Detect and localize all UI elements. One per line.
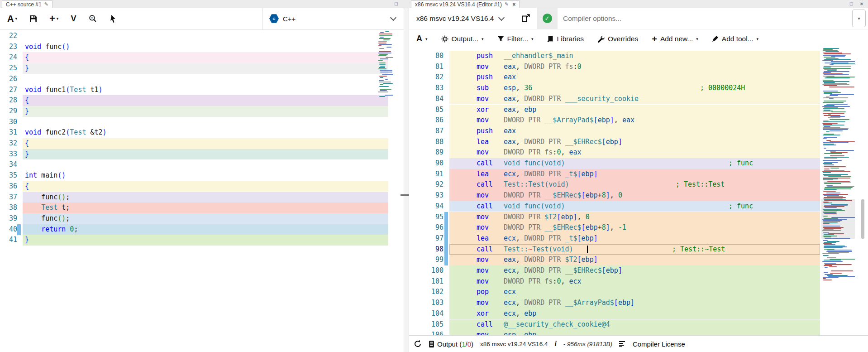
asm-line[interactable]: leaecx, DWORD PTR _t$[ebp] — [449, 169, 820, 180]
source-line[interactable]: } — [23, 235, 388, 246]
source-line[interactable]: func(); — [23, 213, 388, 224]
asm-line-number[interactable]: 89 — [409, 147, 444, 158]
asm-line[interactable]: pusheax — [449, 126, 820, 137]
source-line[interactable]: void func() — [23, 42, 388, 53]
asm-line[interactable]: popecx — [449, 287, 820, 298]
source-line[interactable] — [23, 159, 388, 170]
line-number[interactable]: 29 — [0, 106, 17, 117]
line-number[interactable]: 35 — [0, 170, 17, 181]
source-editor[interactable]: 2223242526272829303132333435363738394041… — [0, 30, 404, 352]
asm-line[interactable]: leaeax, DWORD PTR __$EHRec$[ebp] — [449, 137, 820, 148]
asm-line[interactable]: movDWORD PTR __$EHRec$[ebp+8], -1 — [449, 222, 820, 233]
vim-mode-button[interactable]: V — [71, 14, 76, 24]
filter-menu-button[interactable]: Filter... ▾ — [497, 35, 534, 43]
line-number[interactable]: 31 — [0, 127, 17, 138]
asm-line[interactable]: moveax, DWORD PTR $T2[ebp] — [449, 255, 820, 265]
asm-line-number[interactable]: 100 — [409, 265, 444, 276]
asm-line-number[interactable]: 82 — [409, 72, 444, 83]
compiler-license-link[interactable]: Compiler License — [633, 340, 685, 348]
source-line[interactable]: func(); — [23, 192, 388, 203]
asm-line[interactable]: call@__security_check_cookie@4 — [449, 319, 820, 330]
recompile-icon[interactable] — [414, 340, 422, 348]
asm-line[interactable]: callvoid func(void); func — [449, 201, 820, 212]
asm-line-number[interactable]: 98 — [409, 244, 444, 255]
line-number[interactable]: 34 — [0, 159, 17, 170]
left-pane-maximize-icon[interactable]: □ — [395, 0, 398, 7]
asm-line-number[interactable]: 86 — [409, 115, 444, 126]
line-number[interactable]: 24 — [0, 52, 17, 63]
asm-line-number[interactable]: 93 — [409, 190, 444, 201]
rename-icon[interactable]: ✎ — [44, 1, 48, 7]
asm-minimap[interactable] — [821, 48, 855, 282]
source-line[interactable]: { — [23, 52, 388, 63]
asm-line-number[interactable]: 99 — [409, 255, 444, 265]
asm-line[interactable]: movesp, ebp — [449, 330, 820, 335]
asm-line-number[interactable]: 87 — [409, 126, 444, 137]
asm-line[interactable]: movDWORD PTR fs:0, ecx — [449, 276, 820, 287]
rename-icon[interactable]: ✎ — [505, 1, 509, 7]
asm-line-number[interactable]: 92 — [409, 179, 444, 190]
line-number[interactable]: 26 — [0, 74, 17, 85]
asm-line[interactable]: movDWORD PTR __$EHRec$[ebp+8], 0 — [449, 190, 820, 201]
asm-line-number[interactable]: 88 — [409, 137, 444, 148]
asm-line[interactable]: subesp, 36; 00000024H — [449, 83, 820, 94]
source-line[interactable]: } — [23, 63, 388, 74]
compiler-options-input[interactable]: Compiler options... — [563, 8, 835, 29]
pane-maximize-icon[interactable]: □ — [850, 0, 853, 7]
line-number[interactable]: 27 — [0, 85, 17, 96]
asm-line-number[interactable]: 104 — [409, 309, 444, 319]
close-tab-icon[interactable]: × — [512, 1, 515, 8]
asm-line-number[interactable]: 83 — [409, 83, 444, 94]
add-new-button[interactable]: + Add new... ▾ — [652, 35, 698, 43]
zoom-search-button[interactable] — [88, 14, 97, 23]
options-dropdown-button[interactable]: ▾ — [852, 10, 866, 27]
asm-line[interactable]: callTest::~Test(void); Test::~Test — [449, 244, 820, 255]
asm-line[interactable]: xorecx, ebp — [449, 309, 820, 319]
line-number[interactable]: 38 — [0, 203, 17, 213]
output-menu-button[interactable]: Output... ▾ — [441, 35, 484, 43]
source-line[interactable]: { — [23, 181, 388, 192]
line-number[interactable]: 32 — [0, 138, 17, 149]
asm-line[interactable]: movDWORD PTR __$ArrayPad$[ebp], eax — [449, 115, 820, 126]
add-pane-button[interactable]: + ▾ — [49, 14, 58, 23]
asm-line[interactable]: movecx, DWORD PTR __$EHRec$[ebp] — [449, 265, 820, 276]
line-number[interactable]: 37 — [0, 192, 17, 203]
asm-line[interactable]: callvoid func(void); func — [449, 158, 820, 169]
asm-font-button[interactable]: A ▾ — [416, 34, 428, 43]
asm-line[interactable]: pusheax — [449, 72, 820, 83]
asm-line-number[interactable]: 96 — [409, 222, 444, 233]
line-number[interactable]: 36 — [0, 181, 17, 192]
asm-line-number[interactable]: 101 — [409, 276, 444, 287]
asm-line-number[interactable]: 80 — [409, 51, 444, 62]
asm-line-number[interactable]: 95 — [409, 212, 444, 223]
open-in-new-window-button[interactable] — [521, 14, 530, 23]
asm-line-number[interactable]: 103 — [409, 298, 444, 309]
source-line[interactable]: } — [23, 149, 388, 160]
source-line[interactable]: void func2(Test &t2) — [23, 127, 388, 138]
asm-scrollbar-thumb[interactable] — [861, 199, 864, 239]
pane-splitter[interactable] — [404, 8, 409, 352]
line-number[interactable]: 41 — [0, 235, 17, 246]
tab-cpp-source[interactable]: C++ source #1 ✎ — [2, 0, 52, 8]
asm-line-number[interactable]: 84 — [409, 94, 444, 105]
add-tool-button[interactable]: Add tool... ▾ — [712, 35, 758, 43]
line-number[interactable]: 23 — [0, 42, 17, 53]
asm-line[interactable]: moveax, DWORD PTR ___security_cookie — [449, 94, 820, 105]
source-line[interactable]: Test t; — [23, 203, 388, 213]
save-button[interactable] — [29, 15, 37, 23]
source-line[interactable]: void func1(Test t1) — [23, 85, 388, 96]
libraries-button[interactable]: Libraries — [547, 35, 584, 43]
pane-close-icon[interactable]: × — [860, 0, 863, 7]
language-select[interactable]: C C++ — [262, 8, 402, 29]
asm-line[interactable]: leaecx, DWORD PTR _t$[ebp] — [449, 233, 820, 244]
overrides-button[interactable]: Overrides — [597, 35, 638, 43]
asm-line-number[interactable]: 105 — [409, 319, 444, 330]
source-line[interactable] — [23, 31, 388, 42]
line-number[interactable]: 22 — [0, 31, 17, 42]
line-number[interactable]: 28 — [0, 95, 17, 106]
cursor-jump-button[interactable] — [109, 14, 117, 23]
line-number[interactable]: 39 — [0, 213, 17, 224]
asm-editor[interactable]: 8081828384858687888990919293949596979899… — [409, 48, 868, 335]
compiler-select[interactable]: x86 msvc v19.24 VS16.4 — [416, 8, 504, 29]
asm-line[interactable]: push__ehhandler$_main — [449, 51, 820, 62]
